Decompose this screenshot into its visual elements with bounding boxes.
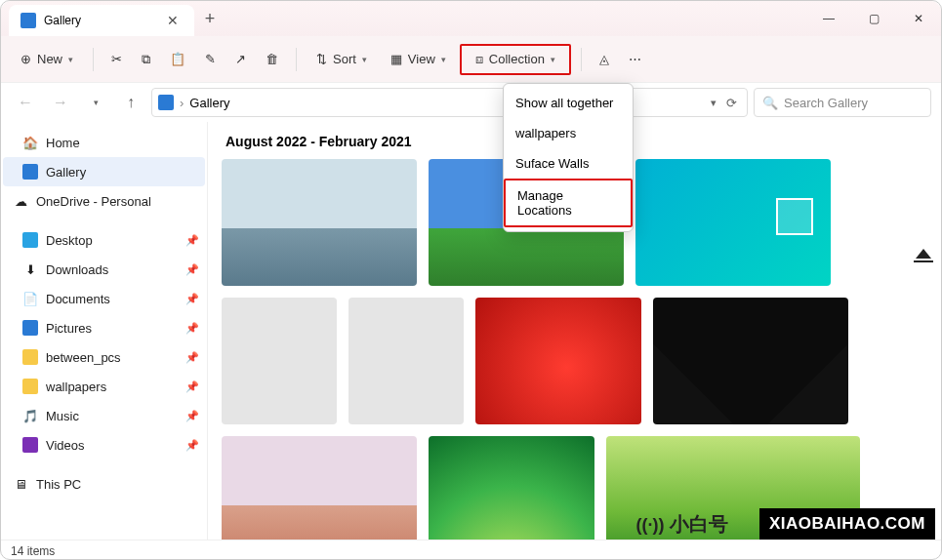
desktop-icon [22, 232, 38, 248]
gallery-location-icon [158, 95, 174, 110]
sidebar-item-betweenpcs[interactable]: between_pcs 📌 [3, 342, 205, 372]
pin-icon: 📌 [185, 322, 199, 335]
dropdown-item-show-all[interactable]: Show all together [504, 88, 633, 118]
item-count: 14 items [11, 544, 55, 558]
expand-chevron-icon[interactable]: › [1, 479, 5, 489]
dropdown-item-manage-locations[interactable]: Manage Locations [504, 179, 633, 227]
gallery-thumbnail[interactable] [429, 436, 594, 540]
separator [93, 48, 94, 71]
tab-title: Gallery [44, 14, 81, 27]
documents-icon: 📄 [22, 291, 38, 306]
scroll-track-top [914, 260, 933, 262]
pin-icon: 📌 [185, 293, 199, 305]
sidebar-item-documents[interactable]: 📄 Documents 📌 [3, 284, 205, 313]
sidebar-item-desktop[interactable]: Desktop 📌 [3, 225, 205, 255]
background-button[interactable]: ◬ [592, 46, 617, 72]
folder-icon [22, 349, 38, 365]
sidebar-item-downloads[interactable]: ⬇ Downloads 📌 [3, 255, 205, 284]
watermark-logo: ((·)) 小白号 [635, 511, 728, 538]
chevron-down-icon: ▾ [362, 55, 367, 64]
view-icon: ▦ [390, 52, 402, 66]
collection-dropdown: Show all together wallpapers Suface Wall… [503, 83, 634, 232]
paste-button[interactable]: 📋 [162, 46, 193, 72]
folder-icon [22, 379, 38, 394]
more-button[interactable]: ⋯ [621, 46, 649, 72]
pin-icon: 📌 [185, 351, 199, 364]
navigation-sidebar: 🏠 Home Gallery › ☁ OneDrive - Personal D… [1, 122, 208, 540]
window-tab-gallery[interactable]: Gallery ✕ [9, 5, 194, 36]
search-box[interactable]: 🔍 Search Gallery [754, 88, 931, 117]
gallery-thumbnail[interactable] [635, 159, 831, 286]
view-button[interactable]: ▦ View ▾ [381, 46, 456, 72]
minimize-button[interactable]: — [806, 1, 851, 36]
sidebar-item-music[interactable]: 🎵 Music 📌 [3, 401, 205, 430]
back-button[interactable]: ← [11, 88, 40, 117]
plus-circle-icon: ⊕ [20, 52, 31, 66]
new-tab-button[interactable]: + [194, 9, 225, 29]
sidebar-item-label: Downloads [46, 262, 108, 277]
music-icon: 🎵 [22, 408, 38, 423]
sidebar-item-label: Home [46, 136, 80, 150]
delete-button[interactable]: 🗑 [258, 46, 286, 72]
rename-button[interactable]: ✎ [197, 46, 224, 72]
pin-icon: 📌 [185, 380, 199, 393]
close-window-button[interactable]: ✕ [896, 1, 941, 36]
sidebar-item-label: between_pcs [46, 350, 121, 365]
search-placeholder: Search Gallery [784, 96, 868, 110]
sidebar-item-home[interactable]: 🏠 Home [3, 128, 205, 157]
address-chevron-icon[interactable]: ▾ [711, 97, 717, 109]
dropdown-item-wallpapers[interactable]: wallpapers [504, 118, 633, 148]
gallery-thumbnail[interactable] [653, 298, 848, 424]
rename-icon: ✎ [205, 52, 216, 66]
pin-icon: 📌 [185, 263, 199, 276]
close-tab-icon[interactable]: ✕ [167, 13, 179, 28]
expand-chevron-icon[interactable]: › [1, 196, 5, 206]
title-bar: Gallery ✕ + — ▢ ✕ [1, 1, 941, 36]
sidebar-item-label: Music [46, 409, 79, 423]
pin-icon: 📌 [185, 234, 199, 247]
new-button[interactable]: ⊕ New ▾ [11, 46, 83, 72]
cut-button[interactable]: ✂ [103, 46, 130, 72]
pc-icon: 🖥 [13, 476, 28, 492]
background-icon: ◬ [599, 52, 609, 66]
collection-button[interactable]: ⧈ Collection ▾ [460, 44, 571, 75]
downloads-icon: ⬇ [22, 261, 38, 277]
body-layout: 🏠 Home Gallery › ☁ OneDrive - Personal D… [1, 122, 941, 540]
sort-icon: ⇅ [316, 52, 327, 66]
sidebar-item-label: Pictures [46, 321, 92, 336]
clipboard-icon: 📋 [170, 52, 185, 66]
gallery-thumbnail[interactable] [222, 298, 337, 424]
address-bar[interactable]: › Gallery ▾ ⟳ [151, 88, 748, 117]
scroll-up-icon[interactable] [916, 249, 931, 259]
up-button[interactable]: ↑ [116, 88, 145, 117]
ellipsis-icon: ⋯ [629, 52, 641, 66]
gallery-icon [22, 164, 38, 180]
gallery-thumbnail[interactable] [222, 436, 417, 540]
maximize-button[interactable]: ▢ [851, 1, 896, 36]
share-button[interactable]: ↗ [227, 46, 254, 72]
refresh-icon[interactable]: ⟳ [722, 96, 741, 110]
sort-button[interactable]: ⇅ Sort ▾ [307, 46, 377, 72]
sidebar-item-gallery[interactable]: Gallery [3, 157, 205, 186]
window-controls: — ▢ ✕ [806, 1, 941, 36]
gallery-thumbnail[interactable] [475, 298, 641, 424]
sidebar-item-wallpapers[interactable]: wallpapers 📌 [3, 372, 205, 401]
videos-icon [22, 437, 38, 453]
pictures-icon [22, 320, 38, 336]
sidebar-item-label: Documents [46, 292, 110, 306]
dropdown-item-surface-walls[interactable]: Suface Walls [504, 148, 633, 179]
trash-icon: 🗑 [266, 52, 278, 66]
recent-locations-button[interactable]: ▾ [81, 88, 110, 117]
sidebar-item-videos[interactable]: Videos 📌 [3, 430, 205, 460]
gallery-thumbnail[interactable] [222, 159, 417, 286]
collection-icon: ⧈ [475, 52, 483, 67]
forward-button[interactable]: → [46, 88, 75, 117]
copy-button[interactable]: ⧉ [134, 46, 158, 73]
gallery-thumbnail[interactable] [348, 298, 464, 424]
collection-button-label: Collection [489, 52, 545, 66]
sidebar-item-thispc[interactable]: › 🖥 This PC [3, 469, 205, 499]
sidebar-item-onedrive[interactable]: › ☁ OneDrive - Personal [3, 186, 205, 216]
sidebar-item-label: This PC [36, 477, 81, 492]
sidebar-item-pictures[interactable]: Pictures 📌 [3, 313, 205, 342]
sidebar-item-label: Gallery [46, 165, 86, 180]
